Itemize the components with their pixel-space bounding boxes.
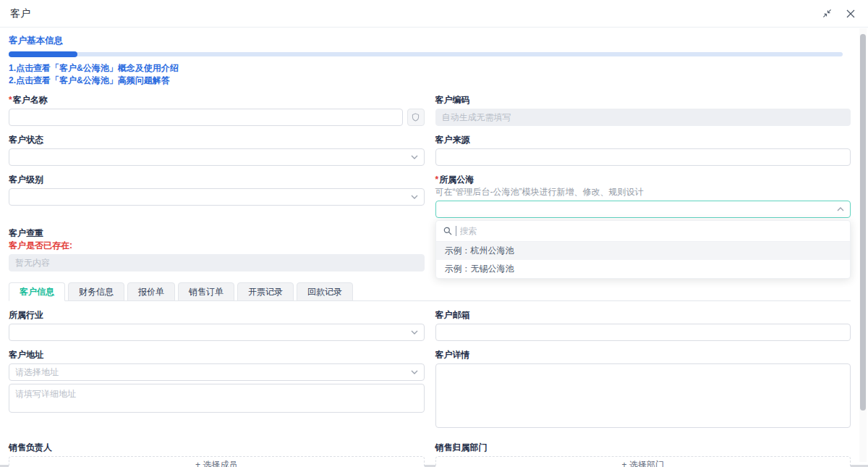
public-sea-helper: 可在“管理后台-公海池”模块进行新增、修改、规则设计 bbox=[435, 188, 851, 197]
customer-form-modal: 客户 客户基本信息 bbox=[0, 0, 868, 467]
field-sales-owner: 销售负责人 + 选择成员 bbox=[9, 442, 425, 467]
customer-level-label: 客户级别 bbox=[9, 174, 425, 185]
detail-tabs: 客户信息 财务信息 报价单 销售订单 开票记录 回款记录 bbox=[9, 282, 851, 301]
customer-status-select[interactable] bbox=[9, 148, 425, 166]
customer-detail-label: 客户详情 bbox=[435, 350, 851, 360]
modal-header: 客户 bbox=[0, 0, 868, 28]
field-customer-detail: 客户详情 bbox=[435, 350, 851, 431]
customer-name-label: 客户名称 bbox=[13, 95, 48, 105]
customer-source-input[interactable] bbox=[435, 148, 851, 166]
public-sea-label: 所属公海 bbox=[439, 174, 474, 185]
field-public-sea: * 所属公海 可在“管理后台-公海池”模块进行新增、修改、规则设计 bbox=[435, 174, 851, 218]
industry-select[interactable] bbox=[9, 324, 425, 341]
help-link-faq[interactable]: 2.点击查看「客户&公海池」高频问题解答 bbox=[9, 75, 851, 86]
customer-level-select[interactable] bbox=[9, 188, 425, 206]
field-customer-status: 客户状态 bbox=[9, 135, 425, 166]
progress-bar-fill bbox=[9, 51, 77, 57]
dropdown-search bbox=[436, 221, 851, 242]
tab-sales-order[interactable]: 销售订单 bbox=[178, 282, 234, 301]
field-dup-check: 客户查重 客户是否已存在: bbox=[9, 228, 425, 272]
duplicate-check-button[interactable] bbox=[407, 109, 425, 126]
modal-body: 客户基本信息 1.点击查看「客户&公海池」概念及使用介绍 2.点击查看「客户&公… bbox=[0, 28, 868, 467]
select-department-button[interactable]: + 选择部门 bbox=[435, 456, 851, 467]
required-mark: * bbox=[435, 174, 439, 185]
customer-source-label: 客户来源 bbox=[435, 135, 851, 145]
customer-code-label: 客户编码 bbox=[435, 95, 851, 105]
chevron-down-icon bbox=[411, 370, 418, 374]
close-icon bbox=[846, 9, 855, 18]
scrollbar-thumb[interactable] bbox=[860, 34, 866, 411]
dropdown-search-input[interactable] bbox=[460, 226, 843, 236]
field-sales-dept: 销售归属部门 + 选择部门 bbox=[435, 442, 851, 467]
dup-check-hint: 客户是否已存在: bbox=[9, 240, 425, 251]
shield-icon bbox=[412, 113, 420, 122]
field-customer-source: 客户来源 bbox=[435, 135, 851, 166]
scrollbar bbox=[859, 28, 867, 462]
search-icon bbox=[443, 227, 452, 235]
field-address: 客户地址 请选择地址 bbox=[9, 350, 425, 416]
tab-quotation[interactable]: 报价单 bbox=[127, 282, 175, 301]
field-customer-code: 客户编码 bbox=[435, 95, 851, 126]
customer-code-input bbox=[435, 109, 851, 126]
dropdown-option-hangzhou[interactable]: 示例：杭州公海池 bbox=[436, 242, 851, 260]
address-label: 客户地址 bbox=[9, 350, 425, 360]
public-sea-dropdown: 示例：杭州公海池 示例：无锡公海池 bbox=[435, 220, 851, 279]
field-customer-name: * 客户名称 bbox=[9, 95, 425, 126]
address-select[interactable]: 请选择地址 bbox=[9, 363, 425, 381]
tab-invoice-record[interactable]: 开票记录 bbox=[237, 282, 294, 301]
chevron-down-icon bbox=[411, 330, 418, 335]
sales-dept-label: 销售归属部门 bbox=[435, 442, 851, 453]
tab-payment-record[interactable]: 回款记录 bbox=[297, 282, 353, 301]
customer-status-label: 客户状态 bbox=[9, 135, 425, 145]
public-sea-select[interactable] bbox=[435, 201, 851, 218]
collapse-icon bbox=[822, 9, 832, 18]
field-email: 客户邮箱 bbox=[435, 310, 851, 341]
modal-title: 客户 bbox=[10, 7, 30, 20]
customer-name-input[interactable] bbox=[9, 109, 403, 126]
text-cursor bbox=[456, 226, 456, 236]
industry-label: 所属行业 bbox=[9, 310, 425, 320]
dup-check-label: 客户查重 bbox=[9, 228, 425, 238]
help-link-concept[interactable]: 1.点击查看「客户&公海池」概念及使用介绍 bbox=[9, 63, 851, 74]
chevron-down-icon bbox=[411, 155, 418, 159]
help-links: 1.点击查看「客户&公海池」概念及使用介绍 2.点击查看「客户&公海池」高频问题… bbox=[9, 63, 851, 86]
required-mark: * bbox=[9, 95, 12, 105]
section-title: 客户基本信息 bbox=[9, 35, 851, 47]
select-member-button[interactable]: + 选择成员 bbox=[9, 456, 425, 467]
dropdown-option-wuxi[interactable]: 示例：无锡公海池 bbox=[436, 260, 851, 278]
chevron-down-icon bbox=[411, 195, 418, 199]
progress-bar bbox=[9, 52, 843, 56]
field-industry: 所属行业 bbox=[9, 310, 425, 341]
close-button[interactable] bbox=[846, 9, 855, 18]
email-input[interactable] bbox=[435, 324, 851, 341]
sales-owner-label: 销售负责人 bbox=[9, 442, 425, 453]
email-label: 客户邮箱 bbox=[435, 310, 851, 320]
address-detail-textarea[interactable] bbox=[9, 384, 425, 413]
dup-check-result bbox=[9, 254, 425, 272]
chevron-up-icon bbox=[837, 207, 844, 211]
tab-customer-info[interactable]: 客户信息 bbox=[9, 282, 65, 301]
address-select-placeholder: 请选择地址 bbox=[15, 366, 59, 379]
collapse-button[interactable] bbox=[822, 9, 832, 18]
customer-detail-textarea[interactable] bbox=[435, 363, 851, 428]
tab-finance-info[interactable]: 财务信息 bbox=[68, 282, 124, 301]
field-customer-level: 客户级别 bbox=[9, 174, 425, 206]
